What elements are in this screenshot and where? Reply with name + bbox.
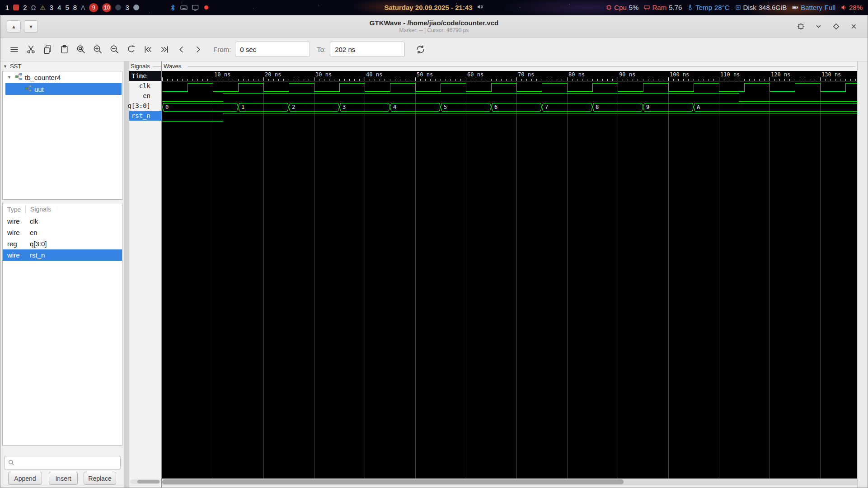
search-input[interactable] [17,456,120,469]
minimize-button[interactable] [813,21,823,31]
from-label: From: [213,46,231,53]
tree-expander-icon[interactable]: ▼ [7,75,13,80]
zoom-undo-icon [126,44,136,55]
zoom-fit-button[interactable] [73,41,89,58]
sst-expander-icon: ▼ [3,64,7,69]
signals-scrollbar-thumb[interactable] [137,480,160,483]
svg-text:10 ns: 10 ns [214,71,230,78]
shift-right-button[interactable] [190,41,206,58]
wave-canvas[interactable]: 10 ns20 ns30 ns40 ns50 ns60 ns70 ns80 ns… [162,71,857,479]
reload-icon [415,44,426,55]
cut-icon [26,44,36,55]
paste-button[interactable] [56,41,73,58]
toolbar: From: To: [0,38,868,61]
workspace-8[interactable]: 8 [73,4,77,11]
svg-text:90 ns: 90 ns [619,71,635,78]
omega-icon[interactable]: Ω [31,5,36,11]
to-input[interactable] [330,42,405,57]
badge-icon[interactable] [115,5,121,10]
display-icon[interactable] [192,4,199,11]
column-header-signals[interactable]: Signals [25,205,122,214]
stat-label: Battery [801,4,822,11]
stat-label: Cpu [614,4,627,11]
collapse-up-button[interactable]: ▲ [7,20,21,33]
replace-button[interactable]: Replace [84,472,116,485]
signal-row-rst_n[interactable]: rst_n [129,111,161,121]
reload-button[interactable] [412,41,429,58]
right-scroll-strip[interactable] [857,61,868,488]
menu-button[interactable] [6,41,23,58]
copy-button[interactable] [39,41,56,58]
lambda-icon[interactable]: Λ [81,5,85,11]
bluetooth-icon[interactable] [169,4,176,11]
stat-value: 5.76 [669,4,682,11]
workspace-4[interactable]: 4 [57,4,61,11]
window-title: GTKWave - /home/jiao/code/counter.vcd [0,15,868,27]
close-button[interactable] [849,21,859,31]
signals-scrollbar[interactable] [130,479,160,484]
stat-temp: Temp28°C [687,4,729,11]
workspace-2[interactable]: 2 [23,4,27,11]
zoom-out-button[interactable] [106,41,123,58]
paste-icon [59,44,70,55]
zoom-undo-button[interactable] [123,41,140,58]
table-row-clk[interactable]: wireclk [3,216,122,227]
zoom-end-button[interactable] [156,41,173,58]
signal-row-en[interactable]: en [129,91,161,101]
tree-node-tb_counter4[interactable]: ▼tb_counter4 [3,71,122,83]
chevron-down-icon [815,23,822,30]
zoom-fit-icon [76,44,86,55]
svg-text:A: A [697,104,700,110]
sst-header[interactable]: ▼ SST [3,63,21,70]
maximize-button[interactable] [831,21,841,31]
signal-name-list: Timeclkenq[3:0]rst_n [129,71,161,121]
zoom-start-icon [143,44,153,55]
collapse-down-button[interactable]: ▼ [24,20,38,33]
bell-icon[interactable] [133,5,139,10]
append-button[interactable]: Append [8,472,42,485]
signal-row-clk[interactable]: clk [129,81,161,91]
diamond-icon [832,23,840,30]
tree-node-label: tb_counter4 [25,74,61,81]
svg-text:80 ns: 80 ns [568,71,585,78]
record-icon[interactable] [203,4,210,11]
svg-text:1: 1 [241,104,244,110]
battery-icon [792,5,798,10]
workspace-10-active[interactable]: 10 [102,3,111,12]
clock-area: Saturday 20.09.2025 - 21:43 [384,0,483,15]
keyboard-icon[interactable] [180,4,188,11]
table-row-rst_n[interactable]: wirerst_n [3,249,122,261]
workspace-1[interactable]: 1 [5,4,9,11]
column-header-type[interactable]: Type [3,206,25,213]
zoom-start-button[interactable] [140,41,156,58]
starfield-background [0,0,0,0]
workspace-5[interactable]: 5 [65,4,69,11]
warning-icon[interactable]: ⚠ [40,5,46,11]
sst-panel: ▼ SST ▼tb_counter4uut TypeSignalswireclk… [0,61,124,488]
app-icon-red[interactable] [13,5,19,10]
stat-disk: Disk348.6GiB [735,4,787,11]
wave-signal-en [162,93,857,101]
workspace-9-active[interactable]: 9 [89,3,98,12]
signal-row-Time[interactable]: Time [129,71,161,81]
mute-icon[interactable] [477,3,484,12]
wave-scrollbar-thumb[interactable] [162,479,624,484]
workspace-3[interactable]: 3 [125,4,129,11]
table-row-en[interactable]: wireen [3,227,122,238]
pin-button[interactable] [796,21,806,31]
shift-left-button[interactable] [173,41,190,58]
tree-node-uut[interactable]: uut [5,83,122,95]
signal-row-q[3:0][interactable]: q[3:0] [129,101,161,111]
from-input[interactable] [235,42,310,57]
clock-text: Saturday 20.09.2025 - 21:43 [384,4,472,11]
workspace-3[interactable]: 3 [50,4,53,11]
wave-scrollbar[interactable] [162,479,857,485]
cut-button[interactable] [23,41,39,58]
insert-button[interactable]: Insert [49,472,78,485]
table-row-q[3:0][interactable]: regq[3:0] [3,238,122,249]
svg-text:110 ns: 110 ns [720,71,740,78]
svg-text:120 ns: 120 ns [771,71,790,78]
titlebar[interactable]: ▲ ▼ GTKWave - /home/jiao/code/counter.vc… [0,15,868,38]
svg-text:0: 0 [165,104,169,110]
zoom-in-button[interactable] [89,41,106,58]
